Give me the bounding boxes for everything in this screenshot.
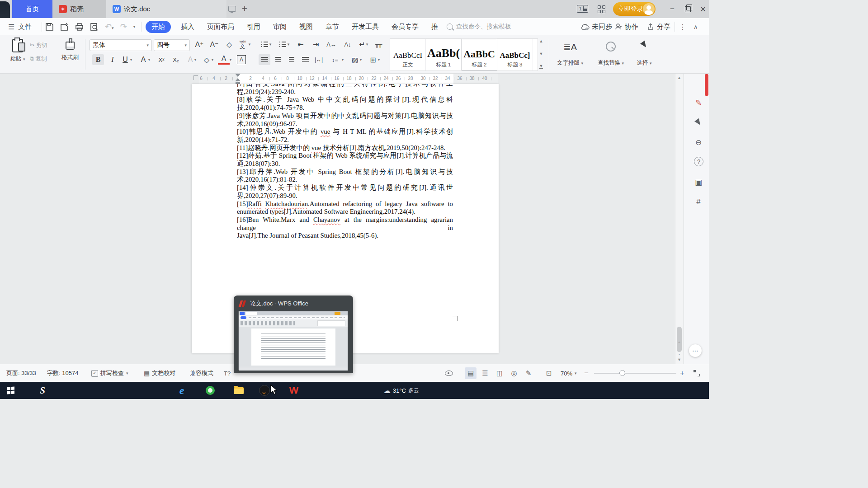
close-button[interactable]: × [696, 4, 709, 14]
shading-dropdown-icon[interactable]: ▾ [358, 54, 363, 65]
login-button[interactable]: 立即登录 [613, 2, 656, 16]
pointer-tool-icon[interactable] [693, 117, 704, 128]
decrease-indent-icon[interactable]: ⇤ [295, 39, 307, 50]
distribute-icon[interactable]: |↔| [313, 54, 325, 65]
green-browser-button[interactable] [200, 382, 220, 399]
ink-edit-icon[interactable]: ✎ [523, 367, 534, 379]
font-size-select[interactable]: 四号▾ [154, 39, 190, 51]
edit-pen-icon[interactable]: ✎ [693, 97, 704, 108]
line-spacing-icon[interactable]: ↕≡ [329, 54, 341, 65]
highlight-dropdown-icon[interactable]: ▾ [210, 54, 215, 65]
references-text[interactable]: [7]田智文.Java 面向对象编程的三大特性[J].电子技术与软件工程,201… [237, 84, 453, 240]
zoom-slider-track[interactable] [594, 373, 676, 374]
bullet-dropdown-icon[interactable]: ▾ [268, 39, 273, 50]
tab-ruler-icon[interactable]: ╥╥ [373, 39, 384, 50]
export-icon[interactable] [60, 23, 69, 31]
restore-button[interactable] [681, 4, 694, 14]
numbered-dropdown-icon[interactable]: ▾ [286, 39, 291, 50]
window-thumbnail[interactable] [238, 311, 348, 370]
file-explorer-button[interactable] [229, 382, 249, 399]
ribbon-tab[interactable]: 章节 [326, 23, 339, 31]
scroll-up-icon[interactable]: ▲ [675, 75, 683, 80]
hamburger-icon[interactable]: ☰ [8, 23, 14, 31]
increase-indent-icon[interactable]: ⇥ [310, 39, 322, 50]
weather-widget[interactable]: ☁ 31°C 多云 [383, 382, 419, 399]
quick-tools-more-button[interactable]: ⋯ [689, 344, 702, 357]
horizontal-ruler[interactable]: 642246810121416182022242628303234363840 [199, 74, 498, 84]
text-effects-dropdown-icon[interactable]: ▾ [193, 54, 198, 65]
tab-document[interactable]: W 论文.doc [106, 0, 226, 18]
typography-button[interactable]: ≣A 文字排版 ▾ [554, 40, 586, 69]
align-left-icon[interactable] [259, 54, 270, 65]
increase-font-icon[interactable]: A⁺ [193, 39, 205, 50]
ribbon-tab[interactable]: 开发工具 [352, 23, 379, 31]
new-tab-button[interactable]: + [239, 3, 250, 14]
quickbar-dropdown-icon[interactable]: ▾ [133, 24, 136, 29]
style-scroll-up-icon[interactable]: ▲ [539, 39, 543, 43]
italic-button[interactable]: I [107, 54, 118, 65]
tab-home[interactable]: 首页 [12, 0, 52, 18]
command-search-input[interactable]: 查找命令、搜索模板 [456, 23, 511, 31]
image-tool-icon[interactable]: ▣ [693, 177, 704, 188]
style-scroll-down-icon[interactable]: ▼ [539, 52, 543, 56]
font-name-select[interactable]: 黑体▾ [90, 39, 152, 51]
copy-button[interactable]: ⧉ 复制 [30, 54, 47, 63]
more-options-icon[interactable]: ⋮ [679, 23, 686, 31]
underline-dropdown-icon[interactable]: ▾ [128, 54, 134, 65]
minimize-button[interactable]: − [665, 4, 679, 14]
fit-page-icon[interactable]: ⊡ [546, 364, 552, 382]
tab-docer[interactable]: ✶ 稻壳 [52, 0, 106, 18]
style-标题 2[interactable]: AaBbC标题 2 [462, 39, 497, 70]
line-spacing-dropdown-icon[interactable]: ▾ [340, 54, 345, 65]
collaborate-button[interactable]: 协作 [625, 23, 638, 31]
web-view-icon[interactable]: ◎ [508, 367, 520, 379]
file-menu[interactable]: 文件 [18, 23, 32, 31]
text-direction-icon[interactable]: A↓ [342, 39, 354, 50]
justify-icon[interactable] [299, 54, 311, 65]
document-proof-button[interactable]: ▤ 文档校对 [144, 364, 175, 382]
bold-button[interactable]: B [92, 54, 104, 65]
ribbon-tab[interactable]: 会员专享 [392, 23, 419, 31]
read-view-icon[interactable]: ◫ [494, 367, 505, 379]
style-标题 1[interactable]: AaBb(标题 1 [426, 39, 462, 70]
subscript-icon[interactable]: X₂ [170, 54, 182, 65]
ribbon-tab[interactable]: 推 [431, 23, 439, 31]
scroll-down-icon[interactable]: ▼ [675, 357, 683, 362]
outline-view-icon[interactable]: ☰ [479, 367, 491, 379]
share-button[interactable]: 分享 [657, 23, 670, 31]
char-shading-icon[interactable]: A [237, 55, 246, 64]
superscript-icon[interactable]: X² [156, 54, 167, 65]
compatibility-mode-label[interactable]: 兼容模式 [190, 364, 213, 382]
paste-button[interactable]: 粘贴 ▾ [7, 39, 28, 63]
vertical-scrollbar[interactable]: ▲ ⌃ ⌄ ▼ [675, 74, 683, 364]
split-window-icon[interactable]: 1 [577, 5, 588, 13]
return-dropdown-icon[interactable]: ▾ [364, 39, 370, 50]
ribbon-tab[interactable]: 审阅 [273, 23, 287, 31]
strikethrough-dropdown-icon[interactable]: ▾ [146, 54, 152, 65]
cut-button[interactable]: ✂ 剪切 [30, 41, 47, 49]
style-more-icon[interactable]: ▼ [539, 64, 543, 69]
pinyin-dropdown-icon[interactable]: ▾ [247, 39, 252, 50]
decrease-font-icon[interactable]: A⁻ [208, 39, 220, 50]
zoom-slider-thumb[interactable] [619, 370, 625, 376]
ribbon-tab[interactable]: 页面布局 [207, 23, 234, 31]
font-color-dropdown-icon[interactable]: ▾ [228, 54, 233, 65]
redo-icon[interactable]: ↷ [120, 22, 127, 32]
label-tool-icon[interactable]: # [693, 197, 704, 207]
format-painter-button[interactable]: 格式刷 [59, 39, 81, 61]
sync-status[interactable]: 未同步 [592, 23, 612, 31]
char-scale-icon[interactable]: A↔ [326, 39, 337, 50]
taskbar-preview-popup[interactable]: 论文.doc - WPS Office [234, 296, 353, 373]
ribbon-tab[interactable]: 引用 [247, 23, 260, 31]
help-icon[interactable]: ? [694, 157, 703, 166]
hanging-indent-marker[interactable] [235, 78, 241, 81]
page-view-icon[interactable]: ▤ [465, 367, 476, 379]
spell-check-toggle[interactable]: ✓ 拼写检查▾ [91, 364, 128, 382]
ribbon-tab[interactable]: 插入 [181, 23, 194, 31]
ribbon-tab-home[interactable]: 开始 [146, 21, 171, 33]
style-标题 3[interactable]: AaBbCc]标题 3 [497, 39, 533, 70]
scrollbar-thumb[interactable] [677, 327, 682, 352]
ie-browser-button[interactable]: e [172, 382, 192, 399]
start-button[interactable] [0, 382, 22, 399]
word-count[interactable]: 字数: 10574 [47, 364, 78, 382]
